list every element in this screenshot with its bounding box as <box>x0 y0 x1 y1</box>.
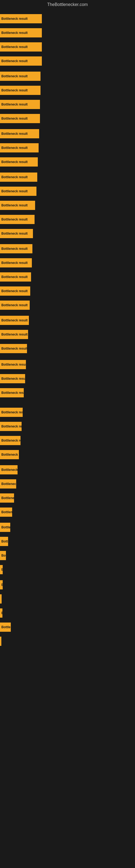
bar-label: Bottleneck result <box>1 539 8 543</box>
bar-row: Bottleneck result <box>0 286 135 296</box>
bar: Bottleneck result <box>0 507 12 517</box>
bar: Bottleneck result <box>0 100 40 109</box>
bar-row: Bottleneck result <box>0 329 135 340</box>
bar-row: Bottleneck result <box>0 129 135 139</box>
bar-row: Bottleneck result <box>0 407 135 417</box>
bar-row: Bottleneck result <box>0 186 135 196</box>
bar: Bottleneck result <box>0 56 42 66</box>
bar: Bottleneck result <box>0 129 39 138</box>
bar-label: Bottleneck result <box>1 333 28 336</box>
bar-label: Bottleneck result <box>1 289 28 293</box>
bar: Bottleneck result <box>0 28 42 37</box>
bar-row: Bottleneck result <box>0 435 135 446</box>
bar-label: Bottleneck result <box>1 363 26 367</box>
bar-label: Bottleneck result <box>1 45 28 49</box>
bar-label: Bottleneck result <box>1 275 28 279</box>
bar-row: B <box>0 608 135 618</box>
bar-label: Bottleneck result <box>1 247 28 251</box>
bar-row: Bottle <box>0 622 135 632</box>
bar-row: Bottleneck result <box>0 157 135 167</box>
bar-label: Bottleneck result <box>1 468 17 472</box>
page-wrapper: TheBottlenecker.com Bottleneck resultBot… <box>0 0 135 868</box>
bar-label: Bottleneck result <box>1 204 28 207</box>
bar-row: Bottleneck result <box>0 272 135 282</box>
bar-row <box>0 636 135 646</box>
bar-label: Bottleneck result <box>1 17 28 21</box>
bar-label: Bottleneck result <box>1 439 20 442</box>
bar-label: Bottleneck result <box>1 59 28 63</box>
bar-row: Bottleneck result <box>0 143 135 153</box>
bar-row: Bottleneck result <box>0 300 135 310</box>
bar: Bottleneck result <box>0 42 42 52</box>
bar-label: Bottleneck result <box>1 175 28 179</box>
bar-row: Bottleneck result <box>0 450 135 460</box>
site-title: TheBottlenecker.com <box>0 0 135 8</box>
bar-label: Bottleneck result <box>1 231 28 236</box>
bar-label: Bottleneck result <box>1 146 28 150</box>
bar-label: Bottleneck result <box>1 347 27 350</box>
bar-row: Bottleneck result <box>0 71 135 82</box>
bar-label: B <box>1 568 3 571</box>
bar: Bottleneck result <box>0 360 26 369</box>
bar-label: Bottleneck result <box>1 303 28 307</box>
bar-label: Bottleneck result <box>1 410 23 414</box>
bar: Bottleneck result <box>0 374 25 383</box>
bar-row: Bottleneck result <box>0 522 135 532</box>
bar: Bottleneck result <box>0 330 28 339</box>
bar-row: Bottleneck result <box>0 172 135 182</box>
bar: B <box>0 609 2 618</box>
bar <box>0 594 2 603</box>
bar-row: Bottleneck result <box>0 42 135 52</box>
bar: Bottleneck result <box>0 157 38 166</box>
bar-label: Bottle <box>1 625 10 629</box>
bar: Bottleneck result <box>0 258 32 268</box>
bar-row: Bottleneck result <box>0 244 135 254</box>
bar-row: Bottleneck result <box>0 373 135 384</box>
bar: Bottle <box>0 622 11 632</box>
bar-label: Bottleneck result <box>1 88 28 92</box>
bar-row: B <box>0 564 135 575</box>
bar-row: Bottleneck result <box>0 550 135 561</box>
bar: Bottleneck result <box>0 344 27 353</box>
bar-label: Bottleneck result <box>1 189 28 193</box>
bar-row: Bottleneck result <box>0 360 135 370</box>
bar-label: Bottleneck result <box>1 510 12 514</box>
bar: Bottleneck result <box>0 229 33 238</box>
bar: Bottleneck result <box>0 422 21 431</box>
bar: Bottleneck result <box>0 286 30 296</box>
bar-row: Bottleneck result <box>0 421 135 432</box>
bar-row: Bottleneck result <box>0 479 135 489</box>
bar: Bottleneck result <box>0 173 37 182</box>
bar: B <box>0 565 3 574</box>
bar-row: Bottleneck result <box>0 343 135 354</box>
bar: Bottleneck result <box>0 408 23 417</box>
bar: Bottleneck result <box>0 450 19 459</box>
bar-label: Bottleneck result <box>1 496 14 500</box>
bar: Bottleneck result <box>0 272 31 282</box>
bar: Bottleneck result <box>0 244 32 253</box>
bar: Bottleneck result <box>0 479 16 489</box>
bar-label: Bottleneck result <box>1 425 21 428</box>
bar-label: B <box>1 583 3 587</box>
bar-label: Bottleneck result <box>1 218 28 221</box>
bar: Bottleneck result <box>0 72 41 81</box>
bar-label: Bottleneck result <box>1 31 28 35</box>
bar-row: Bottleneck result <box>0 507 135 517</box>
bar-label: Bottleneck result <box>1 482 16 486</box>
bar: Bottleneck result <box>0 388 24 397</box>
bar <box>0 637 1 646</box>
bar-label: Bottleneck result <box>1 74 28 78</box>
bar: Bottleneck result <box>0 537 8 546</box>
bar: Bottleneck result <box>0 201 35 210</box>
bar-label: Bottleneck result <box>1 261 28 265</box>
bar: Bottleneck result <box>0 523 10 532</box>
bar-row: Bottleneck result <box>0 85 135 95</box>
bar-row: Bottleneck result <box>0 258 135 268</box>
bar: Bottleneck result <box>0 316 29 325</box>
bar-row: Bottleneck result <box>0 493 135 503</box>
bar: Bottleneck result <box>0 143 39 152</box>
bar-row: Bottleneck result <box>0 28 135 38</box>
bar-label: Bottleneck result <box>1 318 28 322</box>
bar: Bottleneck result <box>0 215 35 224</box>
bar-label: Bottleneck result <box>1 132 28 135</box>
